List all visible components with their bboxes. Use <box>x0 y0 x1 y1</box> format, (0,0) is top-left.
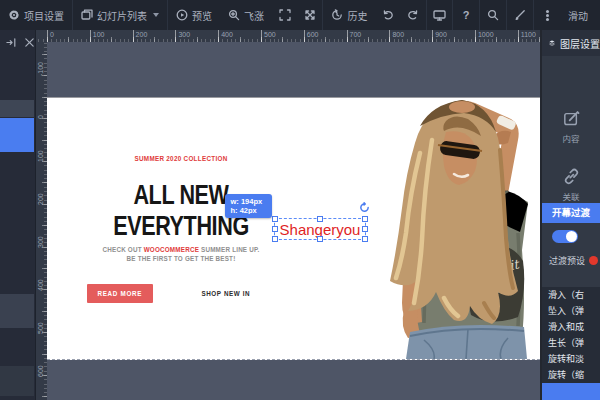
toolbar-right-group: ? 滑动 <box>452 0 600 30</box>
eyebrow-text: SUMMER 2020 COLLECTION <box>61 154 301 163</box>
ruler-tick-label: 700 <box>35 377 47 400</box>
tooltip-width-value: w: 194px <box>231 197 273 206</box>
preset-item-active[interactable] <box>542 383 600 400</box>
mode-label: 滑动 <box>568 8 588 23</box>
ruler-tick-label: 1100 <box>518 30 540 42</box>
ruler-tick-label: 1000 <box>475 30 518 42</box>
pencil-icon <box>514 9 526 21</box>
link-icon <box>563 168 580 185</box>
ruler-tick-label: 200 <box>133 30 176 42</box>
sidebar-tools <box>0 30 35 48</box>
horizontal-ruler: 010020030040050060070080090010001100 <box>35 30 540 42</box>
redo-button[interactable] <box>401 0 426 30</box>
top-toolbar: 项目设置 幻灯片列表 预览 飞涨 <box>0 0 600 30</box>
vertical-ruler: -1000100200300400500600700 <box>35 42 47 400</box>
preset-item[interactable]: 坠入（弹 <box>542 303 600 319</box>
content-tab[interactable]: 内容 <box>542 110 600 144</box>
kebab-menu-icon <box>546 14 549 17</box>
selection-handle[interactable] <box>362 216 368 222</box>
more-menu-button[interactable] <box>534 0 560 30</box>
preset-item[interactable]: 生长（弹 <box>542 335 600 351</box>
ruler-tick-label: 600 <box>35 334 47 377</box>
help-badge-icon[interactable] <box>589 256 598 265</box>
history-label: 历史 <box>347 8 367 23</box>
expand-arrows-icon <box>304 9 316 21</box>
selected-text-element[interactable]: Shangeryou <box>274 218 366 240</box>
gear-icon <box>8 9 20 21</box>
ruler-tick-label: 500 <box>261 30 304 42</box>
ruler-tick-label: 900 <box>432 30 475 42</box>
shop-new-in-button[interactable]: SHOP NEW IN <box>177 287 275 301</box>
play-icon <box>176 9 188 21</box>
undo-button[interactable] <box>375 0 400 30</box>
ruler-tick-label: 700 <box>347 30 390 42</box>
chevron-down-icon <box>153 13 159 17</box>
brand-text: WOOCOMMERCE <box>144 246 199 253</box>
ruler-tick-label: 600 <box>304 30 347 42</box>
ruler-tick-label: 200 <box>35 162 47 205</box>
preset-item[interactable]: 滑入和成 <box>542 319 600 335</box>
preset-item[interactable]: 旋转和淡 <box>542 351 600 367</box>
help-button[interactable]: ? <box>453 0 479 30</box>
read-more-button[interactable]: READ MORE <box>87 284 153 303</box>
link-tab[interactable]: 关联 <box>542 168 600 202</box>
toggle-knob <box>566 231 577 242</box>
history-clock-icon <box>331 9 343 21</box>
link-tab-label: 关联 <box>542 190 600 202</box>
slide-canvas[interactable]: SUMMER 2020 COLLECTION ALL NEW EVERYTHIN… <box>47 97 540 360</box>
selection-handle[interactable] <box>272 226 278 232</box>
edit-mode-button[interactable] <box>507 0 533 30</box>
slide-thumbnail-active[interactable] <box>0 118 34 152</box>
content-tab-label: 内容 <box>542 132 600 144</box>
ruler-tick-label: 0 <box>47 30 90 42</box>
display-mode-button[interactable] <box>427 0 452 30</box>
close-icon[interactable] <box>24 37 35 48</box>
slide-thumbnail[interactable] <box>0 294 34 328</box>
slide-list-button[interactable]: 幻灯片列表 <box>73 0 167 30</box>
opening-transition-tab[interactable]: 开幕过渡 <box>542 203 600 223</box>
selection-handle[interactable] <box>362 226 368 232</box>
slide-thumbnail[interactable] <box>0 100 34 117</box>
project-settings-label: 项目设置 <box>24 8 64 23</box>
ruler-tick-label: 400 <box>218 30 261 42</box>
transition-toggle[interactable] <box>552 230 578 243</box>
collapse-panel-icon[interactable] <box>6 37 17 48</box>
rotate-handle-icon[interactable] <box>359 202 370 213</box>
layers-icon <box>549 37 555 49</box>
redo-icon <box>407 9 419 21</box>
search-button[interactable] <box>480 0 506 30</box>
selection-corners-icon <box>279 9 291 21</box>
hero-subtitle-line2: BE THE FIRST TO GET THE BEST! <box>61 254 301 263</box>
selection-handle[interactable] <box>272 236 278 242</box>
slide-list-label: 幻灯片列表 <box>97 8 147 23</box>
selection-handle[interactable] <box>362 236 368 242</box>
fullscreen-expand-button[interactable] <box>297 0 322 30</box>
selection-handle[interactable] <box>272 216 278 222</box>
opening-transition-label: 开幕过渡 <box>552 207 590 218</box>
project-settings-button[interactable]: 项目设置 <box>0 0 72 30</box>
ruler-tick-label: -100 <box>35 42 47 76</box>
monitor-icon <box>433 9 446 21</box>
preview-button[interactable]: 预览 <box>168 0 220 30</box>
slide-list-icon <box>81 9 93 21</box>
preset-item[interactable]: 旋转（缩 <box>542 367 600 383</box>
selection-handle[interactable] <box>317 236 323 242</box>
undo-icon <box>382 9 394 21</box>
ruler-tick-label: 100 <box>90 30 133 42</box>
preset-item[interactable]: 滑入（右 <box>542 287 600 303</box>
presentation-editor: 项目设置 幻灯片列表 预览 飞涨 <box>0 0 600 400</box>
tooltip-height-value: h: 42px <box>231 206 273 215</box>
slide-thumbnail[interactable] <box>0 366 34 396</box>
selection-handle[interactable] <box>317 216 323 222</box>
zoom-magnifier-icon <box>228 9 240 21</box>
ruler-tick-label: 800 <box>389 30 432 42</box>
history-button[interactable]: 历史 <box>323 0 375 30</box>
fit-selection-button[interactable] <box>272 0 297 30</box>
ruler-tick-label: 400 <box>35 248 47 291</box>
mode-switch-button[interactable]: 滑动 <box>560 0 600 30</box>
fly-zoom-button[interactable]: 飞涨 <box>220 0 272 30</box>
panel-header-label: 图层设置 <box>560 36 600 51</box>
ruler-tick-label: 500 <box>35 291 47 334</box>
layer-settings-panel: 图层设置 内容 关联 开幕过渡 过渡预设 滑入（右坠入（弹滑入和成生长（弹旋转和… <box>540 30 600 400</box>
ruler-tick-label: 300 <box>175 30 218 42</box>
